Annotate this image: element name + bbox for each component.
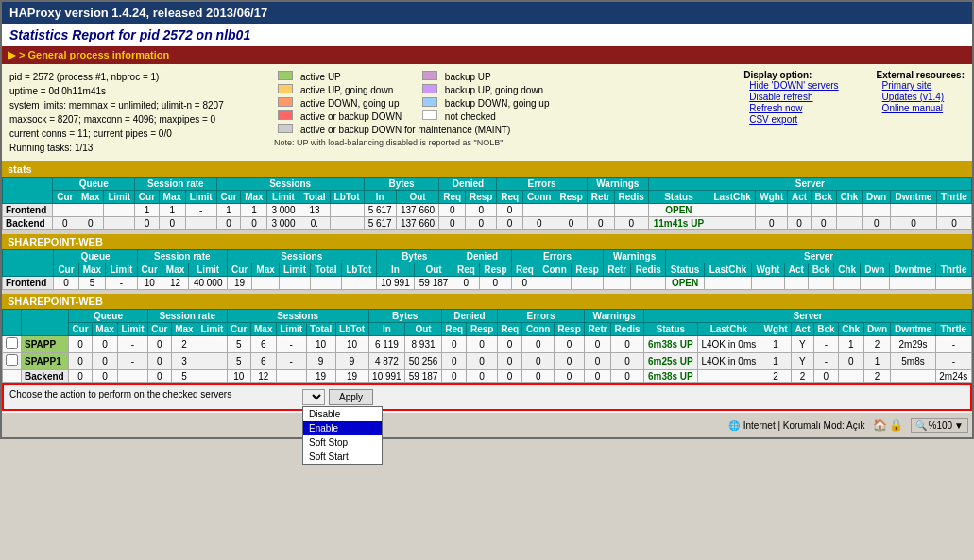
title-bar: HAProxy version 1.4.24, released 2013/06… (2, 2, 972, 24)
zoom-level: %100 (929, 420, 953, 431)
legend-active-up-going-down-color (278, 84, 293, 93)
syslimit-info: system limits: memmax = unlimited; ulimi… (9, 98, 274, 112)
dropdown-soft-stop[interactable]: Soft Stop (303, 435, 382, 450)
legend-backup-up-color (422, 71, 437, 80)
sharepoint2-table-wrapper: Queue Session rate Sessions Bytes Denied… (2, 309, 972, 383)
sp1-frontend-row: Frontend 05- 101240 000 19 10 99159 187 … (3, 277, 972, 290)
legend-active-up-color (278, 71, 293, 80)
sp2-backend-row: Backend 00 05 10121919 10 99159 187 00 0… (3, 370, 972, 383)
page-subtitle: Statistics Report for pid 2572 on nlb01 (2, 24, 972, 46)
general-section-header[interactable]: ▶> General process information (2, 46, 972, 64)
maxsock-info: maxsock = 8207; maxconn = 4096; maxpipes… (9, 112, 274, 127)
sharepoint2-table: Queue Session rate Sessions Bytes Denied… (2, 309, 972, 383)
legend-not-checked-color (422, 110, 437, 120)
csv-export-link[interactable]: CSV export (749, 114, 797, 125)
sp2-spapp1-row: SPAPP1 00- 03 56-99 4 87250 256 00 000 0… (3, 353, 972, 370)
legend-active-down-color (278, 110, 293, 120)
pid-info: pid = 2572 (process #1, nbproc = 1) (9, 70, 274, 84)
zoom-control[interactable]: 🔍 %100 ▼ (911, 418, 968, 433)
dropdown-soft-start[interactable]: Soft Start (303, 450, 382, 464)
online-manual-link[interactable]: Online manual (882, 103, 943, 113)
taskbar: 🌐 Internet | Korumalı Mod: Açık 🏠 🔒 🔍 %1… (2, 411, 972, 437)
refresh-now-link[interactable]: Refresh now (749, 103, 802, 113)
hide-down-link[interactable]: Hide 'DOWN' servers (749, 80, 838, 91)
stats-group-label: stats (2, 161, 972, 177)
home-icon[interactable]: 🏠 (873, 418, 887, 432)
action-text: Choose the action to perform on the chec… (9, 389, 302, 399)
stats-frontend-row: Frontend 11- 113 00013 5 617137 660 00 0… (3, 204, 972, 217)
dropdown-disable[interactable]: Disable (303, 407, 382, 421)
sharepoint-group-label-2: SHAREPOINT-WEB (2, 294, 972, 309)
sp2-spapp-row: SPAPP 00- 02 56-1010 6 1198 931 00 000 0… (3, 336, 972, 353)
disable-refresh-link[interactable]: Disable refresh (749, 92, 812, 102)
stats-backend-row: Backend 00 00 003 0000. 5 617137 660 00 … (3, 217, 972, 230)
spapp-checkbox[interactable] (6, 337, 18, 349)
general-header-text: > General process information (19, 49, 169, 60)
sharepoint-group-label-1: SHAREPOINT-WEB (2, 234, 972, 249)
legend-maint-color (278, 124, 293, 133)
tasks-info: Running tasks: 1/13 (9, 141, 274, 155)
bottom-action-bar: Choose the action to perform on the chec… (2, 383, 972, 411)
external-resources: External resources: Primary site Updates… (877, 70, 965, 155)
conns-info: current conns = 11; current pipes = 0/0 (9, 127, 274, 141)
app-title: HAProxy version 1.4.24, released 2013/06… (9, 6, 267, 20)
updates-link[interactable]: Updates (v1.4) (882, 92, 945, 102)
legend-backup-down-going-up-color (422, 97, 437, 107)
apply-button[interactable]: Apply (329, 389, 373, 405)
action-dropdown-menu[interactable]: Disable Enable Soft Stop Soft Start (302, 406, 383, 465)
stats-table-wrapper: Queue Session rate Sessions Bytes Denied… (2, 177, 972, 230)
legend-active-down-going-up-color (278, 97, 293, 107)
stats-table: Queue Session rate Sessions Bytes Denied… (2, 177, 972, 230)
display-options: Display option: Hide 'DOWN' servers Disa… (743, 70, 838, 155)
general-info-panel: pid = 2572 (process #1, nbproc = 1) upti… (2, 64, 972, 161)
zoom-chevron[interactable]: ▼ (954, 420, 964, 431)
legend-note: Note: UP with load-balancing disabled is… (274, 138, 743, 147)
spapp1-checkbox[interactable] (6, 354, 18, 366)
lock-icon: 🔒 (889, 418, 903, 432)
zoom-icon: 🔍 (915, 420, 927, 431)
sharepoint1-table-wrapper: Queue Session rate Sessions Bytes Denied… (2, 249, 972, 290)
legend-panel: active UP backup UP active UP, going dow… (274, 70, 743, 155)
action-select[interactable] (302, 389, 325, 405)
taskbar-icons: 🏠 🔒 (873, 418, 903, 432)
legend-table: active UP backup UP active UP, going dow… (274, 70, 553, 136)
uptime-info: uptime = 0d 0h11m41s (9, 84, 274, 98)
sharepoint1-table: Queue Session rate Sessions Bytes Denied… (2, 249, 972, 290)
primary-site-link[interactable]: Primary site (882, 80, 932, 91)
info-left: pid = 2572 (process #1, nbproc = 1) upti… (9, 70, 274, 155)
dropdown-enable[interactable]: Enable (303, 421, 382, 435)
globe-icon: 🌐 (728, 420, 740, 431)
legend-backup-up-going-down-color (422, 84, 437, 93)
internet-status: 🌐 Internet | Korumalı Mod: Açık (728, 420, 865, 431)
